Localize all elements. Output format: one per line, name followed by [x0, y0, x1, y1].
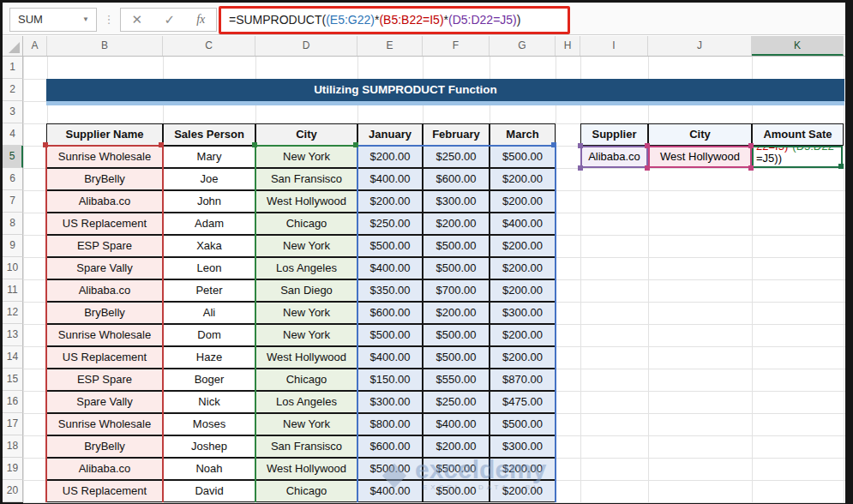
cell-j5-city-criteria[interactable]: West Hollywood — [648, 146, 752, 168]
main-table-cell-r17c3[interactable]: $800.00 — [357, 413, 423, 435]
main-table-cell-r9c4[interactable]: $500.00 — [423, 235, 490, 257]
main-table-cell-r6c3[interactable]: $400.00 — [357, 168, 423, 190]
row-header-1[interactable]: 1 — [3, 57, 23, 79]
main-table-header-march[interactable]: March — [490, 123, 556, 146]
main-table-cell-r14c5[interactable]: $200.00 — [490, 346, 556, 369]
main-table-cell-r19c5[interactable]: $200.00 — [490, 458, 556, 480]
enter-icon[interactable]: ✓ — [164, 12, 175, 27]
main-table-cell-r12c0[interactable]: BryBelly — [46, 302, 163, 324]
main-table-header-supplier-name[interactable]: Supplier Name — [46, 123, 163, 146]
formula-input[interactable]: =SUMPRODUCT((E5:G22)*(B5:B22=I5)*(D5:D22… — [219, 6, 570, 34]
main-table-cell-r5c5[interactable]: $500.00 — [490, 146, 556, 168]
column-header-B[interactable]: B — [47, 36, 163, 56]
main-table-cell-r15c4[interactable]: $550.00 — [423, 369, 490, 391]
main-table-cell-r18c2[interactable]: San Fransisco — [255, 435, 357, 458]
main-table-cell-r9c2[interactable]: New York — [255, 235, 357, 257]
main-table-cell-r20c2[interactable]: Chicago — [255, 480, 357, 502]
main-table-cell-r19c4[interactable]: $500.00 — [423, 458, 490, 480]
row-header-14[interactable]: 14 — [3, 346, 23, 369]
main-table-cell-r18c4[interactable]: $200.00 — [423, 435, 490, 458]
main-table-cell-r17c1[interactable]: Moses — [163, 413, 255, 435]
main-table-cell-r19c0[interactable]: Alibaba.co — [46, 458, 163, 480]
main-table-header-sales-person[interactable]: Sales Person — [163, 123, 255, 146]
main-table-header-february[interactable]: February — [423, 123, 490, 146]
main-table-cell-r13c2[interactable]: New York — [255, 324, 357, 346]
row-header-6[interactable]: 6 — [3, 168, 23, 190]
row-header-10[interactable]: 10 — [3, 257, 23, 279]
main-table-cell-r11c5[interactable]: $200.00 — [490, 279, 556, 302]
main-table-cell-r11c2[interactable]: San Diego — [255, 279, 357, 302]
title-banner-cell[interactable]: Utilizing SUMPRODUCT Function — [46, 79, 844, 101]
main-table-cell-r16c0[interactable]: Spare Vally — [46, 391, 163, 413]
main-table-cell-r17c0[interactable]: Sunrise Wholesale — [46, 413, 163, 435]
column-header-A[interactable]: A — [23, 36, 47, 56]
row-header-19[interactable]: 19 — [3, 458, 23, 480]
main-table-cell-r20c4[interactable]: $500.00 — [423, 480, 490, 502]
main-table-cell-r13c0[interactable]: Sunrise Wholesale — [46, 324, 163, 346]
row-header-11[interactable]: 11 — [3, 279, 23, 302]
main-table-cell-r12c1[interactable]: Ali — [163, 302, 255, 324]
column-header-E[interactable]: E — [357, 36, 423, 56]
main-table-header-january[interactable]: January — [357, 123, 423, 146]
main-table-cell-r5c1[interactable]: Mary — [163, 146, 255, 168]
row-header-2[interactable]: 2 — [3, 79, 23, 101]
main-table-cell-r11c0[interactable]: Alibaba.co — [46, 279, 163, 302]
column-header-F[interactable]: F — [423, 36, 490, 56]
main-table-cell-r9c0[interactable]: ESP Spare — [46, 235, 163, 257]
main-table-cell-r10c0[interactable]: Spare Vally — [46, 257, 163, 279]
main-table-cell-r9c3[interactable]: $500.00 — [357, 235, 423, 257]
main-table-cell-r20c1[interactable]: David — [163, 480, 255, 502]
main-table-cell-r11c3[interactable]: $350.00 — [357, 279, 423, 302]
main-table-cell-r12c2[interactable]: New York — [255, 302, 357, 324]
main-table-cell-r12c4[interactable]: $200.00 — [423, 302, 490, 324]
main-table-cell-r20c5[interactable]: $200.00 — [490, 480, 556, 502]
row-header-17[interactable]: 17 — [3, 413, 23, 435]
main-table-cell-r17c5[interactable]: $500.00 — [490, 413, 556, 435]
row-header-9[interactable]: 9 — [3, 235, 23, 257]
main-table-cell-r7c5[interactable]: $200.00 — [490, 190, 556, 213]
main-table-cell-r19c2[interactable]: West Hollywood — [255, 458, 357, 480]
main-table-cell-r7c4[interactable]: $300.00 — [423, 190, 490, 213]
main-table-cell-r5c3[interactable]: $200.00 — [357, 146, 423, 168]
main-table-cell-r15c5[interactable]: $870.00 — [490, 369, 556, 391]
main-table-cell-r5c4[interactable]: $250.00 — [423, 146, 490, 168]
main-table-cell-r12c3[interactable]: $600.00 — [357, 302, 423, 324]
column-header-D[interactable]: D — [255, 36, 357, 56]
main-table-cell-r18c5[interactable]: $300.00 — [490, 435, 556, 458]
main-table-cell-r8c2[interactable]: Chicago — [255, 213, 357, 235]
column-header-I[interactable]: I — [580, 36, 648, 56]
main-table-cell-r16c5[interactable]: $475.00 — [490, 391, 556, 413]
main-table-header-city[interactable]: City — [255, 123, 357, 146]
column-header-C[interactable]: C — [163, 36, 255, 56]
main-table-cell-r8c5[interactable]: $400.00 — [490, 213, 556, 235]
main-table-cell-r16c2[interactable]: Los Angeles — [255, 391, 357, 413]
main-table-cell-r6c1[interactable]: Joe — [163, 168, 255, 190]
main-table-cell-r16c3[interactable]: $300.00 — [357, 391, 423, 413]
cancel-icon[interactable]: ✕ — [132, 12, 143, 27]
main-table-cell-r15c0[interactable]: ESP Spare — [46, 369, 163, 391]
main-table-cell-r13c4[interactable]: $500.00 — [423, 324, 490, 346]
main-table-cell-r19c1[interactable]: Noah — [163, 458, 255, 480]
main-table-cell-r20c0[interactable]: US Replacement — [46, 480, 163, 502]
main-table-cell-r19c3[interactable]: $500.00 — [357, 458, 423, 480]
main-table-cell-r7c1[interactable]: John — [163, 190, 255, 213]
chevron-down-icon[interactable]: ▼ — [82, 9, 89, 31]
main-table-cell-r13c5[interactable]: $200.00 — [490, 324, 556, 346]
row-header-12[interactable]: 12 — [3, 302, 23, 324]
main-table-cell-r12c5[interactable]: $300.00 — [490, 302, 556, 324]
cell-i5-supplier-criteria[interactable]: Alibaba.co — [580, 146, 648, 168]
name-box[interactable]: SUM ▼ — [9, 8, 97, 32]
main-table-cell-r18c1[interactable]: Joshep — [163, 435, 255, 458]
column-header-G[interactable]: G — [490, 36, 556, 56]
row-header-15[interactable]: 15 — [3, 369, 23, 391]
lookup-header-supplier[interactable]: Supplier — [580, 123, 648, 146]
main-table-cell-r10c3[interactable]: $400.00 — [357, 257, 423, 279]
main-table-cell-r14c0[interactable]: US Replacement — [46, 346, 163, 369]
fill-handle[interactable] — [838, 164, 844, 169]
main-table-cell-r9c5[interactable]: $200.00 — [490, 235, 556, 257]
main-table-cell-r6c0[interactable]: BryBelly — [46, 168, 163, 190]
main-table-cell-r15c3[interactable]: $150.00 — [357, 369, 423, 391]
main-table-cell-r14c3[interactable]: $400.00 — [357, 346, 423, 369]
main-table-cell-r11c4[interactable]: $700.00 — [423, 279, 490, 302]
cell-k5-active-formula-cell[interactable]: 22=I5)*(D5:D22 =J5)) — [752, 146, 843, 168]
